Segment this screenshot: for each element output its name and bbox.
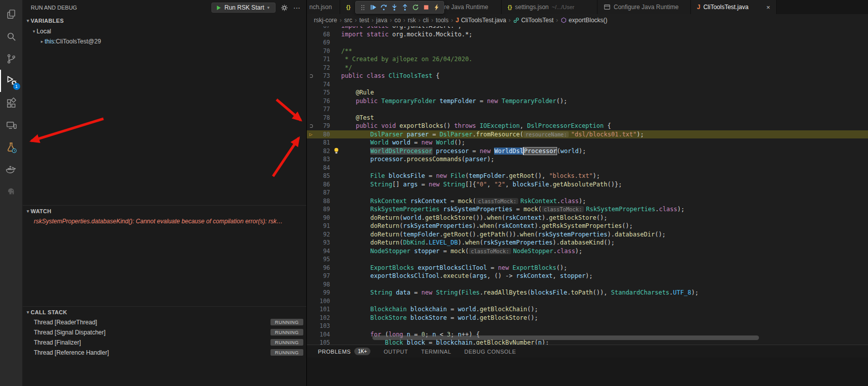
line-number[interactable]: 87 <box>315 188 330 197</box>
search-icon[interactable] <box>0 25 23 47</box>
code-line-100[interactable]: 100 <box>307 297 868 306</box>
panel-tab-terminal[interactable]: TERMINAL <box>421 349 451 355</box>
code-line-96[interactable]: 96 ExportBlocks exportBlocksCliTool = ne… <box>307 264 868 272</box>
breadcrumb-item[interactable]: co <box>394 17 401 24</box>
line-number[interactable]: 101 <box>315 305 330 314</box>
code-line-79[interactable]: 79 public void exportBlocks() throws IOE… <box>307 122 868 130</box>
tab-settings-json[interactable]: {}settings.json~/.../User <box>502 0 598 14</box>
code-line-75[interactable]: 75 @Rule <box>307 88 868 97</box>
code-line-98[interactable]: 98 <box>307 280 868 289</box>
line-number[interactable]: 100 <box>315 297 330 306</box>
line-number[interactable]: 99 <box>315 288 330 297</box>
line-number[interactable]: 73 <box>315 72 330 80</box>
call-stack-thread[interactable]: Thread [ReaderThread]RUNNING <box>23 317 306 327</box>
line-number[interactable]: 76 <box>315 97 330 106</box>
watch-expression[interactable]: rskSystemProperties.databaseKind(): Cann… <box>23 216 306 226</box>
code-line-88[interactable]: 88 RskContext rskContext = mock(classToM… <box>307 197 868 206</box>
line-number[interactable]: 96 <box>315 264 330 272</box>
code-line-83[interactable]: 83 processor.processCommands(parser); <box>307 155 868 164</box>
line-number[interactable]: 88 <box>315 197 330 206</box>
line-number[interactable]: 103 <box>315 322 330 330</box>
code-line-92[interactable]: 92 doReturn(tempFolder.getRoot().getPath… <box>307 230 868 239</box>
code-line-89[interactable]: 89 RskSystemProperties rskSystemProperti… <box>307 205 868 214</box>
line-number[interactable]: 93 <box>315 238 330 247</box>
code-line-95[interactable]: 95 <box>307 255 868 264</box>
code-line-73[interactable]: 73public class CliToolsTest { <box>307 72 868 80</box>
step-into-icon[interactable] <box>390 2 399 13</box>
line-number[interactable]: 79 <box>315 122 330 130</box>
code-line-85[interactable]: 85 File blocksFile = new File(tempFolder… <box>307 172 868 180</box>
horizontal-scrollbar[interactable] <box>372 335 759 340</box>
code-line-84[interactable]: 84 <box>307 164 868 172</box>
code-line-90[interactable]: 90 doReturn(world.getBlockStore()).when(… <box>307 214 868 222</box>
variable-item[interactable]: ▸this: CliToolsTest@29 <box>23 36 306 46</box>
call-stack-thread[interactable]: Thread [Reference Handler]RUNNING <box>23 348 306 358</box>
line-number[interactable]: 72 <box>315 64 330 72</box>
breadcrumb-item[interactable]: tools <box>436 17 448 24</box>
breadcrumb-item[interactable]: java <box>376 17 387 24</box>
line-number[interactable]: 102 <box>315 314 330 322</box>
line-number[interactable]: 80 <box>315 130 330 139</box>
tab-clitoolstest-java[interactable]: JCliToolsTest.java× <box>691 0 777 14</box>
extensions-icon[interactable] <box>0 92 23 114</box>
testing-flask-icon[interactable] <box>0 136 23 159</box>
debug-current-line-icon[interactable]: ▷ <box>307 130 315 139</box>
line-number[interactable]: 91 <box>315 222 330 230</box>
code-line-93[interactable]: 93 doReturn(DbKind.LEVEL_DB).when(rskSys… <box>307 238 868 247</box>
code-line-69[interactable]: 69 <box>307 38 868 47</box>
run-config-dropdown[interactable]: Run RSK Start ▾ <box>211 3 276 13</box>
code-line-81[interactable]: 81 World world = new World(); <box>307 138 868 147</box>
variables-scope[interactable]: ▾Local <box>23 26 306 36</box>
code-line-102[interactable]: 102 BlockStore blockStore = world.getBlo… <box>307 314 868 322</box>
gear-icon[interactable] <box>281 4 288 12</box>
code-line-87[interactable]: 87 <box>307 188 868 197</box>
breadcrumb-item[interactable]: cli <box>423 17 428 24</box>
breadcrumb-item[interactable]: rsk <box>408 17 416 24</box>
line-number[interactable]: 92 <box>315 230 330 239</box>
line-number[interactable]: 69 <box>315 38 330 47</box>
line-number[interactable]: 70 <box>315 47 330 56</box>
code-line-101[interactable]: 101 Blockchain blockchain = world.getBlo… <box>307 305 868 314</box>
code-line-80[interactable]: ▷80 DslParser parser = DslParser.fromRes… <box>307 130 868 139</box>
breadcrumb-item[interactable]: JCliToolsTest.java <box>456 17 506 24</box>
code-line-97[interactable]: 97 exportBlocksCliTool.execute(args, () … <box>307 272 868 280</box>
tab-nch-json[interactable]: nch.json <box>307 0 340 14</box>
code-line-68[interactable]: 68import static org.mockito.Mockito.*; <box>307 30 868 39</box>
watch-header[interactable]: ▾ WATCH <box>23 205 306 216</box>
line-number[interactable]: 68 <box>315 30 330 39</box>
line-number[interactable]: 74 <box>315 80 330 89</box>
line-number[interactable]: 94 <box>315 247 330 256</box>
stop-icon[interactable] <box>421 2 431 13</box>
panel-tab-output[interactable]: OUTPUT <box>384 349 408 355</box>
code-line-103[interactable]: 103 <box>307 322 868 330</box>
code-line-71[interactable]: 71 * Created by ajlopez on 26/04/2020. <box>307 55 868 64</box>
line-number[interactable]: 67 <box>315 26 330 30</box>
close-tab-icon[interactable]: × <box>766 4 770 11</box>
code-line-94[interactable]: 94 NodeStopper stopper = mock(classToMoc… <box>307 247 868 256</box>
explorer-icon[interactable] <box>0 3 23 25</box>
source-control-icon[interactable] <box>0 47 23 70</box>
gutter-progress-icon[interactable] <box>307 72 315 80</box>
code-line-70[interactable]: 70/** <box>307 47 868 56</box>
line-number[interactable]: 71 <box>315 55 330 64</box>
call-stack-thread[interactable]: Thread [Finalizer]RUNNING <box>23 337 306 348</box>
code-line-78[interactable]: 78 @Test <box>307 114 868 122</box>
breadcrumb-item[interactable]: src <box>344 17 352 24</box>
line-number[interactable]: 104 <box>315 330 330 339</box>
step-out-icon[interactable] <box>400 2 410 13</box>
line-number[interactable]: 82 <box>315 147 330 156</box>
line-number[interactable]: 85 <box>315 172 330 180</box>
line-number[interactable]: 78 <box>315 114 330 122</box>
gutter-progress-icon[interactable] <box>307 122 315 130</box>
call-stack-thread[interactable]: Thread [Signal Dispatcher]RUNNING <box>23 327 306 337</box>
call-stack-header[interactable]: ▾ CALL STACK <box>23 306 306 317</box>
restart-icon[interactable] <box>411 2 420 13</box>
tab-configure-java-runtime[interactable]: Configure Java Runtime <box>598 0 691 14</box>
panel-tab-debug-console[interactable]: DEBUG CONSOLE <box>464 349 516 355</box>
docker-icon[interactable] <box>0 159 23 181</box>
line-number[interactable]: 90 <box>315 214 330 222</box>
line-number[interactable]: 83 <box>315 155 330 164</box>
step-over-icon[interactable] <box>379 2 389 13</box>
code-editor[interactable]: 67import static org.junit.Assert.*;68imp… <box>307 26 868 345</box>
line-number[interactable]: 86 <box>315 180 330 189</box>
